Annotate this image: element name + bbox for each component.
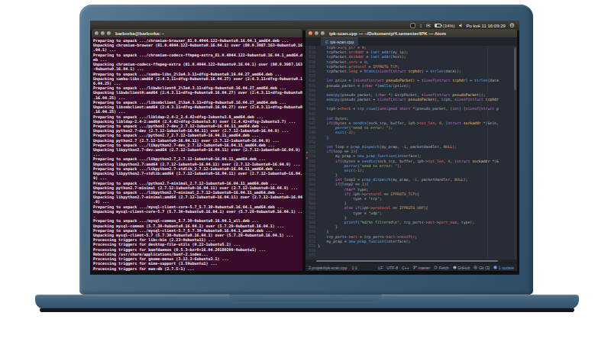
wrap-guide bbox=[487, 46, 488, 259]
keyboard-indicator-icon[interactable] bbox=[410, 23, 415, 28]
battery-percent: (34%) bbox=[443, 24, 455, 28]
volume-icon[interactable] bbox=[459, 24, 463, 27]
laptop-screen: ↕ ✉ (34%) Po kvě 11 16:09:29 ⚙ barborka@… bbox=[90, 21, 519, 275]
battery-indicator[interactable]: (34%) bbox=[435, 24, 455, 28]
maximize-button[interactable] bbox=[321, 31, 325, 35]
close-button[interactable] bbox=[309, 31, 312, 35]
battery-icon bbox=[435, 24, 441, 27]
atom-window: ipk-scan.cpp — ~/Dokumenty/4.semester/IP… bbox=[306, 29, 517, 271]
code-line: 544 tcph->check = tcp_csum((unsigned sho… bbox=[306, 107, 517, 111]
code-text: } bbox=[318, 244, 320, 249]
laptop-base-notch bbox=[229, 295, 382, 301]
laptop-mockup: { "colors": { "terminal_bg": "#390c2b", … bbox=[0, 0, 611, 364]
terminal-titlebar[interactable]: barborka@barborka: ~ bbox=[92, 29, 302, 37]
tab-label: ipk-scan.cpp bbox=[330, 40, 354, 44]
line-number: 575 bbox=[306, 253, 318, 258]
terminal-title: barborka@barborka: ~ bbox=[115, 31, 164, 36]
minimize-button[interactable] bbox=[101, 31, 105, 35]
code-text: memcpy(pseudo_packet + sizeof(struct pse… bbox=[318, 98, 499, 102]
panel-clock[interactable]: Po kvě 11 16:09:29 bbox=[467, 24, 506, 28]
code-line: 575 bbox=[306, 253, 517, 258]
vertical-scrollbar[interactable] bbox=[514, 46, 516, 259]
package-update-icon bbox=[493, 266, 497, 269]
status-git-branch[interactable]: master bbox=[413, 266, 430, 270]
git-eye-icon bbox=[474, 266, 477, 269]
code-text: } bbox=[318, 136, 328, 140]
code-text: tcph->check = tcp_csum((unsigned short *… bbox=[318, 107, 499, 111]
cpp-file-icon: C bbox=[325, 40, 328, 44]
status-grammar[interactable]: C++ bbox=[402, 266, 409, 270]
code-line: 542 memcpy(pseudo_packet + sizeof(struct… bbox=[306, 98, 517, 102]
scrollbar-thumb[interactable] bbox=[316, 260, 498, 262]
status-file-path[interactable]: 2.projekt/ipk-scan.cpp bbox=[309, 266, 347, 270]
atom-tab-bar: C ipk-scan.cpp bbox=[306, 37, 517, 46]
horizontal-scrollbar[interactable] bbox=[306, 259, 517, 263]
close-button[interactable] bbox=[95, 31, 99, 35]
status-git-changes[interactable]: Git (3) bbox=[474, 266, 490, 270]
scrollbar-thumb[interactable] bbox=[514, 47, 516, 90]
code-text: my_pcap = new_pcap_funcion(interface); bbox=[318, 240, 410, 244]
git-marker-icon bbox=[306, 157, 308, 159]
terminal-window: barborka@barborka: ~ Preparing to unpack… bbox=[92, 29, 302, 271]
status-fetch[interactable]: Fetch bbox=[434, 266, 448, 270]
code-editor[interactable]: 531 tcph->urg_ptr = 0;532 tcpPacket.srcA… bbox=[306, 46, 517, 259]
git-marker-icon bbox=[306, 152, 308, 153]
status-encoding[interactable]: UTF-8 bbox=[386, 266, 398, 270]
terminal-body[interactable]: Preparing to unpack .../chromium-browser… bbox=[92, 37, 302, 271]
status-github[interactable]: GitHub bbox=[453, 266, 470, 270]
terminal-output: Preparing to unpack .../chromium-browser… bbox=[93, 38, 301, 271]
session-gear-icon[interactable]: ⚙ bbox=[509, 22, 515, 29]
tab-ipk-scan[interactable]: C ipk-scan.cpp bbox=[321, 37, 358, 46]
atom-titlebar[interactable]: ipk-scan.cpp — ~/Dokumenty/4.semester/IP… bbox=[306, 29, 517, 37]
atom-status-bar: 2.projekt/ipk-scan.cpp 1:1 LF UTF-8 C++ … bbox=[306, 263, 517, 271]
atom-title: ipk-scan.cpp — ~/Dokumenty/4.semester/IP… bbox=[329, 31, 446, 36]
sync-icon bbox=[434, 266, 438, 269]
branch-icon bbox=[413, 266, 417, 269]
network-arrows-icon[interactable]: ↕ bbox=[419, 23, 422, 28]
status-updates[interactable]: 1 update bbox=[493, 266, 514, 270]
status-line-ending[interactable]: LF bbox=[378, 266, 383, 270]
mail-icon[interactable]: ✉ bbox=[426, 23, 431, 28]
maximize-button[interactable] bbox=[107, 31, 111, 35]
code-text: pseudo_packet = (char *)malloc(psize); bbox=[318, 84, 410, 89]
minimize-button[interactable] bbox=[315, 31, 318, 35]
code-text: printf("%d/%s filtered\n", tcp_ports->ac… bbox=[318, 221, 474, 225]
code-text: tcpPacket.leng = htons(sizeof(struct tcp… bbox=[318, 69, 461, 74]
laptop-base-shadow bbox=[40, 308, 574, 312]
github-icon bbox=[453, 266, 457, 269]
status-cursor-position[interactable]: 1:1 bbox=[351, 266, 357, 270]
